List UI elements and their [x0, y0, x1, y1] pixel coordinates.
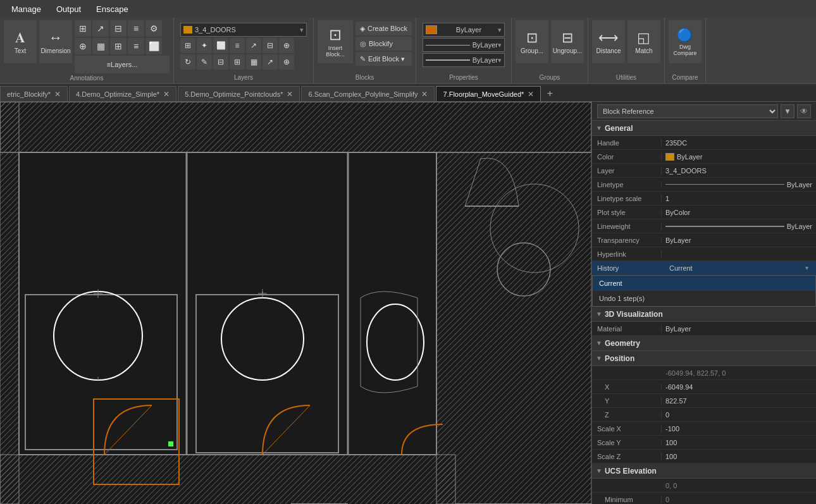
- layer-btn-14[interactable]: ⊕: [279, 54, 294, 70]
- layer-btn-11[interactable]: ⊞: [230, 54, 245, 70]
- anno-btn-7[interactable]: ▦: [92, 38, 109, 54]
- tab-add-button[interactable]: +: [542, 86, 557, 101]
- anno-btn-10[interactable]: ⬜: [145, 38, 162, 54]
- block-reference-select[interactable]: Block Reference: [597, 104, 778, 118]
- text-button[interactable]: 𝐀 Text: [4, 20, 37, 63]
- section-ucs-label: UCS Elevation: [605, 467, 657, 476]
- linetype-prop-dropdown[interactable]: ByLayer ▾: [423, 38, 505, 52]
- prop-scale-y: Scale Y 100: [592, 436, 816, 450]
- tab-4[interactable]: 7.Floorplan_MoveGuided* ✕: [436, 86, 541, 101]
- section-3d-viz[interactable]: ▼ 3D Visualization: [592, 307, 816, 322]
- history-dropdown-row[interactable]: Current ▾: [665, 264, 812, 272]
- tab-1-close[interactable]: ✕: [163, 90, 170, 99]
- svg-rect-2: [0, 102, 591, 152]
- layer-btn-3[interactable]: ⬜: [213, 38, 228, 53]
- tab-0-label: etric_Blockify*: [7, 90, 51, 98]
- layer-btn-12[interactable]: ▦: [246, 54, 261, 70]
- layer-btn-13[interactable]: ↗: [263, 54, 278, 70]
- tab-4-close[interactable]: ✕: [528, 90, 534, 99]
- anno-btn-2[interactable]: ↗: [92, 20, 109, 37]
- section-general[interactable]: ▼ General: [592, 121, 816, 136]
- section-position[interactable]: ▼ Position: [592, 351, 816, 366]
- utilities-group-label: Utilities: [592, 73, 660, 81]
- tab-0[interactable]: etric_Blockify* ✕: [0, 86, 68, 101]
- layer-dropdown[interactable]: 3_4_DOORS ▾: [180, 23, 307, 37]
- layer-btn-5[interactable]: ↗: [246, 38, 261, 53]
- anno-btn-4[interactable]: ≡: [128, 20, 144, 37]
- layer-btn-1[interactable]: ⊞: [180, 38, 195, 53]
- color-swatch: [426, 25, 437, 34]
- distance-button[interactable]: ⟷ Distance: [592, 20, 625, 63]
- layer-btn-7[interactable]: ⊕: [279, 38, 294, 53]
- ribbon-group-blocks: ⊡ Insert Block... ◈ Create Block ◎ Block…: [314, 18, 416, 83]
- layer-btn-2[interactable]: ✦: [197, 38, 212, 53]
- section-3d-arrow: ▼: [596, 310, 602, 317]
- prop-layer: Layer 3_4_DOORS: [592, 164, 816, 178]
- panel-eye-btn[interactable]: 👁: [797, 104, 811, 118]
- blockify-button[interactable]: ◎ Blockify: [355, 37, 412, 51]
- anno-btn-8[interactable]: ⊞: [110, 38, 127, 54]
- menu-manage[interactable]: Manage: [5, 2, 47, 16]
- group-icon: ⊡: [526, 30, 538, 46]
- tab-3[interactable]: 6.Scan_Complex_Polyline_Simplify ✕: [301, 86, 435, 101]
- lineweight-prop-dropdown[interactable]: ByLayer ▾: [423, 53, 505, 67]
- anno-btn-6[interactable]: ⊕: [75, 38, 91, 54]
- prop-plot-style: Plot style ByColor: [592, 206, 816, 219]
- prop-ucs-values: 0, 0: [592, 479, 816, 493]
- dimension-button[interactable]: ↔ Dimension: [39, 20, 72, 63]
- history-dropdown-container: Current Undo 1 step(s): [592, 275, 816, 307]
- panel-filter-btn[interactable]: ▼: [781, 104, 794, 118]
- svg-rect-26: [168, 441, 173, 446]
- prop-history[interactable]: History Current ▾: [592, 261, 816, 275]
- edit-block-button[interactable]: ✎ Edit Block ▾: [355, 52, 412, 66]
- match-button[interactable]: ◱ Match: [627, 20, 660, 63]
- section-position-arrow: ▼: [596, 355, 602, 362]
- blocks-group-label: Blocks: [318, 73, 412, 81]
- prop-scale-x: Scale X -100: [592, 422, 816, 436]
- history-chevron: ▾: [805, 264, 808, 271]
- compare-group-label: Compare: [669, 73, 702, 81]
- tab-2-close[interactable]: ✕: [287, 90, 293, 99]
- layers-group-label: Layers: [178, 73, 309, 81]
- history-value: Current: [669, 264, 693, 272]
- dimension-icon: ↔: [49, 30, 63, 46]
- create-block-button[interactable]: ◈ Create Block: [355, 22, 412, 35]
- prop-handle: Handle 235DC: [592, 136, 816, 150]
- menu-output[interactable]: Output: [50, 2, 87, 16]
- anno-btn-5[interactable]: ⚙: [145, 20, 162, 37]
- group-button[interactable]: ⊡ Group...: [516, 20, 548, 63]
- layer-btn-4[interactable]: ≡: [230, 38, 245, 53]
- dropdown-option-current[interactable]: Current: [593, 276, 815, 291]
- layer-btn-10[interactable]: ⊟: [213, 54, 228, 70]
- panel-header: Block Reference ▼ 👁: [592, 102, 816, 121]
- ribbon-group-layers: 3_4_DOORS ▾ ⊞ ✦ ⬜ ≡ ↗ ⊟ ⊕ ↻ ✎ ⊟ ⊞: [174, 18, 314, 83]
- color-prop-dropdown[interactable]: ByLayer ▾: [423, 23, 505, 37]
- svg-rect-5: [436, 152, 591, 504]
- dropdown-option-undo[interactable]: Undo 1 step(s): [593, 291, 815, 306]
- menu-enscape[interactable]: Enscape: [90, 2, 135, 16]
- distance-icon: ⟷: [598, 30, 619, 46]
- tab-1[interactable]: 4.Demo_Optimize_Simple* ✕: [69, 86, 176, 101]
- tab-2[interactable]: 5.Demo_Optimize_Pointclouds* ✕: [178, 86, 300, 101]
- section-geometry[interactable]: ▼ Geometry: [592, 336, 816, 351]
- ungroup-button[interactable]: ⊟ Ungroup...: [551, 20, 584, 63]
- layer-btn-9[interactable]: ✎: [197, 54, 212, 70]
- insert-block-button[interactable]: ⊡ Insert Block...: [318, 20, 353, 63]
- section-ucs[interactable]: ▼ UCS Elevation: [592, 464, 816, 479]
- groups-group-label: Groups: [516, 73, 584, 81]
- anno-btn-1[interactable]: ⊞: [75, 20, 91, 37]
- annotations-label: Annotations: [4, 73, 170, 82]
- dwg-compare-button[interactable]: 🔵 Dwg Compare: [669, 20, 702, 63]
- anno-btn-9[interactable]: ≡: [128, 38, 144, 54]
- blockify-icon: ◎: [360, 40, 366, 48]
- layer-btn-8[interactable]: ↻: [180, 54, 195, 70]
- ribbon-group-properties: ByLayer ▾ ByLayer ▾ ByLayer ▾ Properties: [416, 18, 512, 83]
- tab-3-close[interactable]: ✕: [421, 90, 428, 99]
- layers-area: 3_4_DOORS ▾ ⊞ ✦ ⬜ ≡ ↗ ⊟ ⊕ ↻ ✎ ⊟ ⊞: [178, 20, 309, 72]
- layers-btn[interactable]: ≡ Layers...: [75, 56, 170, 73]
- tab-0-close[interactable]: ✕: [54, 90, 61, 99]
- anno-btn-3[interactable]: ⊟: [110, 20, 127, 37]
- layer-btn-6[interactable]: ⊟: [263, 38, 278, 53]
- section-geometry-arrow: ▼: [596, 340, 602, 347]
- canvas-area[interactable]: [0, 102, 591, 504]
